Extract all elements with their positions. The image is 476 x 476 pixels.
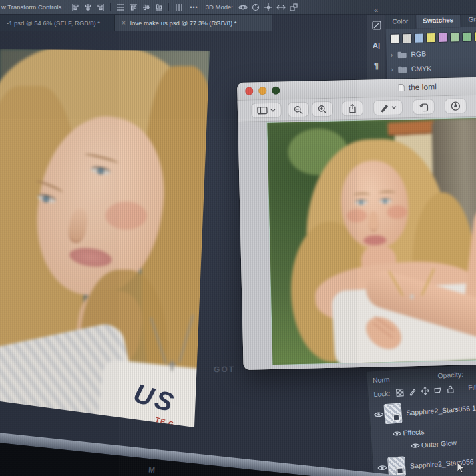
photo-left-paint	[0, 49, 210, 430]
zoom-in-icon	[318, 104, 327, 113]
photo-left-iris-right	[97, 168, 104, 174]
layer-name: Sapphire2_Stars056 1 cop	[410, 456, 476, 470]
effects-visibility-eye-icon[interactable]	[391, 430, 403, 437]
effect-visibility-eye-icon[interactable]	[409, 442, 422, 449]
drag-3d-icon[interactable]	[264, 3, 274, 12]
color-swatch[interactable]	[462, 32, 472, 42]
markup-pen-icon	[379, 103, 389, 112]
folder-icon	[397, 50, 407, 58]
toolbar-separator	[110, 3, 111, 11]
layer-name: Sapphire2_Stars056 1 cop	[406, 403, 476, 417]
window-title: the loml	[237, 79, 476, 96]
markup-pen-button[interactable]	[373, 99, 403, 115]
document-icon	[399, 83, 405, 91]
zoom-out-button[interactable]	[288, 102, 310, 118]
slide-3d-icon[interactable]	[276, 3, 286, 12]
toolbar-separator	[65, 3, 65, 11]
layer-visibility-eye-icon[interactable]	[376, 464, 389, 471]
roll-3d-icon[interactable]	[251, 3, 261, 12]
swatch-group-rgb[interactable]: › RGB	[390, 48, 476, 59]
color-swatch[interactable]	[450, 32, 460, 42]
paragraph-panel-icon[interactable]: ¶	[371, 60, 382, 71]
color-swatch[interactable]	[402, 33, 412, 43]
color-swatch[interactable]	[414, 33, 424, 43]
photo-left-necklace-cross-bar	[168, 363, 176, 365]
share-icon	[348, 103, 357, 113]
chevron-down-icon	[391, 105, 397, 109]
align-vertical-centers-icon[interactable]	[141, 3, 151, 12]
lock-artboard-icon[interactable]	[432, 385, 444, 395]
document-tab-label: -1.psd @ 54.6% (SELF, RGB/8) *	[7, 19, 100, 27]
align-horizontal-centers-icon[interactable]	[83, 3, 93, 12]
lock-all-icon[interactable]	[445, 384, 457, 394]
annotate-icon	[451, 101, 461, 111]
document-tab-active[interactable]: × love make us.psd @ 77.3% (RGB/8) *	[115, 15, 272, 31]
options-bar: w Transform Controls ••• 3D Mode:	[0, 0, 476, 15]
lock-label: Lock:	[373, 389, 391, 399]
brush-settings-icon[interactable]	[371, 20, 382, 31]
transform-controls-label[interactable]: w Transform Controls	[1, 3, 61, 11]
monitor-logo: M	[148, 465, 155, 475]
photo-document-right	[267, 115, 476, 365]
photo-left-iris-left	[43, 196, 49, 202]
canvas-background-text: GOT	[214, 365, 235, 375]
photo-right-pendant	[410, 294, 413, 299]
document-tab-bar: -1.psd @ 54.6% (SELF, RGB/8) * × love ma…	[0, 15, 272, 31]
share-button[interactable]	[342, 101, 364, 117]
folder-icon	[397, 65, 407, 73]
collapse-panels-icon[interactable]: «	[374, 6, 377, 14]
3d-mode-label: 3D Mode:	[206, 3, 233, 11]
photo-right-paint	[267, 115, 476, 365]
align-bottom-edges-icon[interactable]	[154, 3, 164, 12]
chevron-down-icon	[270, 108, 276, 112]
align-right-edges-icon[interactable]	[95, 3, 105, 12]
swatch-row	[390, 31, 476, 44]
preview-content	[238, 115, 476, 370]
photo-left-necklace-cross	[171, 361, 173, 371]
blend-mode-select[interactable]: Norm	[373, 375, 390, 385]
sidebar-button[interactable]	[251, 102, 282, 118]
preview-window: the loml Search	[237, 75, 476, 370]
color-swatch[interactable]	[390, 33, 400, 43]
lock-paint-icon[interactable]	[407, 387, 419, 397]
lock-move-icon[interactable]	[419, 385, 431, 395]
orbit-3d-icon[interactable]	[238, 3, 248, 12]
document-tab-label: love make us.psd @ 77.3% (RGB/8) *	[130, 19, 237, 27]
chevron-right-icon[interactable]: ›	[390, 51, 393, 59]
overflow-ellipsis-icon[interactable]: •••	[190, 4, 198, 11]
swatch-group-label: CMYK	[411, 64, 432, 73]
swatch-group-cmyk[interactable]: › CMYK	[391, 63, 476, 73]
close-icon[interactable]: ×	[122, 19, 126, 27]
panel-dock-strip: A| ¶	[367, 15, 385, 88]
layer-thumbnail[interactable]	[387, 456, 406, 476]
opacity-label[interactable]: Opacity:	[437, 370, 463, 380]
lock-transparency-icon[interactable]	[394, 387, 406, 397]
fill-label: Fill:	[468, 383, 476, 391]
distribute-vertical-icon[interactable]	[115, 3, 126, 12]
tab-color[interactable]: Color	[385, 14, 415, 29]
annotate-button[interactable]	[445, 98, 467, 114]
color-swatch[interactable]	[438, 33, 448, 43]
photo-document-left: US TE G	[0, 49, 210, 430]
effects-label: Effects	[403, 427, 425, 437]
align-left-edges-icon[interactable]	[70, 3, 80, 12]
rotate-button[interactable]	[413, 99, 435, 115]
document-tab[interactable]: -1.psd @ 54.6% (SELF, RGB/8) *	[0, 15, 115, 31]
scale-3d-icon[interactable]	[289, 3, 299, 12]
align-top-edges-icon[interactable]	[128, 3, 138, 12]
effect-label: Outer Glow	[421, 439, 457, 449]
layer-visibility-eye-icon[interactable]	[372, 411, 385, 418]
layers-panel: Norm Opacity: Lock: Fill: Sapphire2_Star…	[366, 361, 476, 476]
character-panel-icon[interactable]: A|	[371, 40, 382, 51]
color-swatch[interactable]	[426, 33, 436, 43]
chevron-right-icon[interactable]: ›	[391, 65, 393, 73]
zoom-in-button[interactable]	[312, 101, 334, 117]
layer-thumbnail[interactable]	[384, 403, 403, 424]
sidebar-icon	[257, 106, 268, 115]
swatches-panel: Color Swatches Gradi › RGB › CMYK	[385, 10, 476, 88]
tab-swatches[interactable]: Swatches	[416, 13, 461, 29]
swatch-group-label: RGB	[411, 49, 426, 58]
photo-right-nose	[368, 211, 379, 231]
mouse-cursor	[457, 462, 466, 474]
distribute-horizontal-icon[interactable]	[174, 3, 184, 12]
